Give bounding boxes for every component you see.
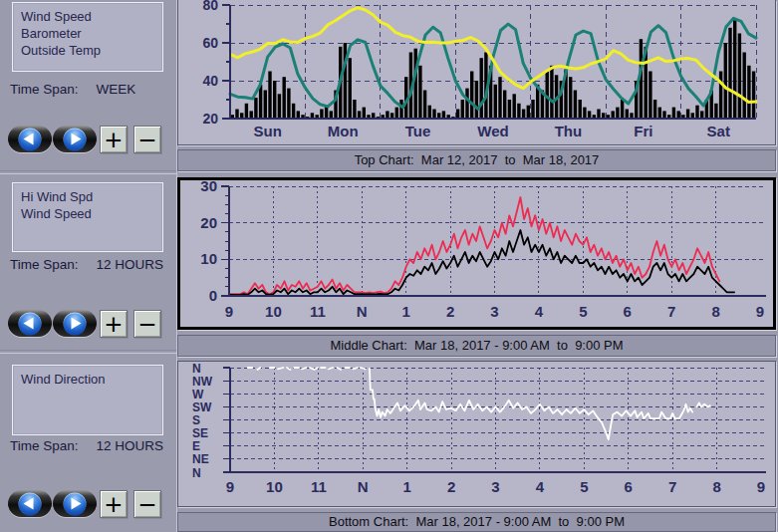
top-zoom-in-button[interactable]: + xyxy=(100,126,128,153)
timespan-label: Time Span: xyxy=(10,257,79,272)
timespan-value: WEEK xyxy=(97,82,136,97)
svg-text:NE: NE xyxy=(192,452,209,466)
legend-item-wind-direction[interactable]: Wind Direction xyxy=(21,371,162,388)
svg-text:6: 6 xyxy=(624,303,632,320)
timespan-value: 12 HOURS xyxy=(97,257,164,272)
svg-text:0: 0 xyxy=(209,287,217,304)
bottom-zoom-in-button[interactable]: + xyxy=(100,490,128,518)
svg-text:SE: SE xyxy=(192,426,208,440)
left-arrow-icon xyxy=(19,492,42,515)
middle-zoom-in-button[interactable]: + xyxy=(100,310,128,338)
top-chart-legend-list[interactable]: Wind Speed Barometer Outside Temp xyxy=(12,2,163,72)
middle-chart-panel[interactable]: 010203091011N123456789 xyxy=(177,177,776,330)
svg-text:Tue: Tue xyxy=(405,123,431,139)
bottom-scroll-left-button[interactable] xyxy=(8,490,52,517)
svg-text:30: 30 xyxy=(200,180,217,194)
left-arrow-icon xyxy=(19,312,42,335)
legend-item-barometer[interactable]: Barometer xyxy=(21,25,162,42)
top-zoom-out-button[interactable]: − xyxy=(133,126,161,153)
bottom-chart-plot[interactable]: NNWWSWSSEENEN91011N123456789 xyxy=(178,362,775,506)
svg-text:N: N xyxy=(357,303,368,320)
svg-text:7: 7 xyxy=(668,478,676,495)
middle-chart-caption: Middle Chart: Mar 18, 2017 - 9:00 AM to … xyxy=(177,335,776,357)
svg-text:9: 9 xyxy=(225,303,233,320)
svg-text:Sun: Sun xyxy=(254,123,282,139)
bottom-zoom-out-button[interactable]: − xyxy=(133,490,161,518)
weather-graphs-window: Wind Speed Barometer Outside Temp Time S… xyxy=(0,0,778,532)
bottom-chart-panel[interactable]: NNWWSWSSEENEN91011N123456789 xyxy=(177,361,776,507)
svg-text:60: 60 xyxy=(202,35,218,51)
svg-text:S: S xyxy=(192,413,200,427)
middle-timespan: Time Span: 12 HOURS xyxy=(10,257,171,272)
series-wind-direction xyxy=(248,368,710,439)
middle-chart-legend-list[interactable]: Hi Wind Spd Wind Speed xyxy=(12,182,163,252)
top-chart-plot[interactable]: 20406080SunMonTueWedThuFriSat xyxy=(178,0,775,143)
series-hi-wind-spd xyxy=(229,197,719,294)
svg-text:N: N xyxy=(192,362,201,376)
svg-text:N: N xyxy=(192,466,201,480)
bottom-chart-legend-list[interactable]: Wind Direction xyxy=(12,365,163,435)
svg-text:7: 7 xyxy=(667,303,675,320)
svg-text:2: 2 xyxy=(446,303,454,320)
svg-text:3: 3 xyxy=(491,478,499,495)
svg-text:3: 3 xyxy=(490,303,498,320)
top-scroll-right-button[interactable] xyxy=(53,126,97,152)
timespan-label: Time Span: xyxy=(10,82,79,97)
svg-text:Thu: Thu xyxy=(555,123,583,139)
svg-text:80: 80 xyxy=(202,0,218,13)
panel-divider xyxy=(0,350,176,354)
svg-text:8: 8 xyxy=(711,303,719,320)
top-chart-caption: Top Chart: Mar 12, 2017 to Mar 18, 2017 xyxy=(177,149,776,171)
svg-text:5: 5 xyxy=(579,303,587,320)
svg-text:NW: NW xyxy=(192,375,213,389)
timespan-value: 12 HOURS xyxy=(97,438,164,453)
svg-text:5: 5 xyxy=(580,478,588,495)
top-chart-buttons: + − xyxy=(0,126,176,153)
middle-scroll-left-button[interactable] xyxy=(8,310,52,337)
svg-text:9: 9 xyxy=(756,303,764,320)
legend-item-outside-temp[interactable]: Outside Temp xyxy=(21,42,162,59)
svg-text:Wed: Wed xyxy=(477,123,508,139)
bottom-scroll-right-button[interactable] xyxy=(53,490,97,517)
svg-text:2: 2 xyxy=(447,478,455,495)
svg-text:40: 40 xyxy=(202,73,218,89)
svg-text:N: N xyxy=(358,478,369,495)
svg-text:9: 9 xyxy=(226,478,234,495)
right-arrow-icon xyxy=(64,492,87,515)
control-column: Wind Speed Barometer Outside Temp Time S… xyxy=(0,0,177,532)
top-scroll-left-button[interactable] xyxy=(8,126,52,152)
bottom-chart-buttons: + − xyxy=(0,490,176,518)
svg-text:1: 1 xyxy=(402,478,410,495)
svg-text:4: 4 xyxy=(535,303,544,320)
middle-chart-plot[interactable]: 010203091011N123456789 xyxy=(180,180,773,327)
svg-text:8: 8 xyxy=(712,478,720,495)
middle-zoom-out-button[interactable]: − xyxy=(133,310,161,338)
bottom-chart-grid xyxy=(230,368,766,472)
svg-text:6: 6 xyxy=(625,478,633,495)
svg-text:20: 20 xyxy=(202,111,218,127)
svg-text:10: 10 xyxy=(266,478,283,495)
svg-text:20: 20 xyxy=(200,214,217,231)
svg-text:Mon: Mon xyxy=(328,123,359,139)
legend-item-wind-speed[interactable]: Wind Speed xyxy=(21,205,162,222)
panel-divider xyxy=(0,170,176,174)
svg-text:10: 10 xyxy=(200,250,217,267)
middle-chart-buttons: + − xyxy=(0,310,176,338)
svg-text:11: 11 xyxy=(310,303,326,320)
svg-text:11: 11 xyxy=(311,478,327,495)
bottom-timespan: Time Span: 12 HOURS xyxy=(10,438,171,453)
middle-chart-axes xyxy=(221,186,766,296)
series-outside-temp xyxy=(230,18,756,109)
legend-item-wind-speed[interactable]: Wind Speed xyxy=(21,8,162,25)
svg-text:W: W xyxy=(192,388,204,401)
svg-text:Sat: Sat xyxy=(707,123,730,139)
svg-text:9: 9 xyxy=(757,478,765,495)
middle-scroll-right-button[interactable] xyxy=(53,310,97,337)
right-arrow-icon xyxy=(64,128,87,150)
svg-text:E: E xyxy=(192,439,200,453)
svg-text:Fri: Fri xyxy=(634,123,652,139)
top-chart-panel[interactable]: 20406080SunMonTueWedThuFriSat xyxy=(177,0,776,145)
legend-item-hi-wind-spd[interactable]: Hi Wind Spd xyxy=(21,188,162,205)
top-timespan: Time Span: WEEK xyxy=(10,82,171,97)
svg-text:10: 10 xyxy=(265,303,282,320)
